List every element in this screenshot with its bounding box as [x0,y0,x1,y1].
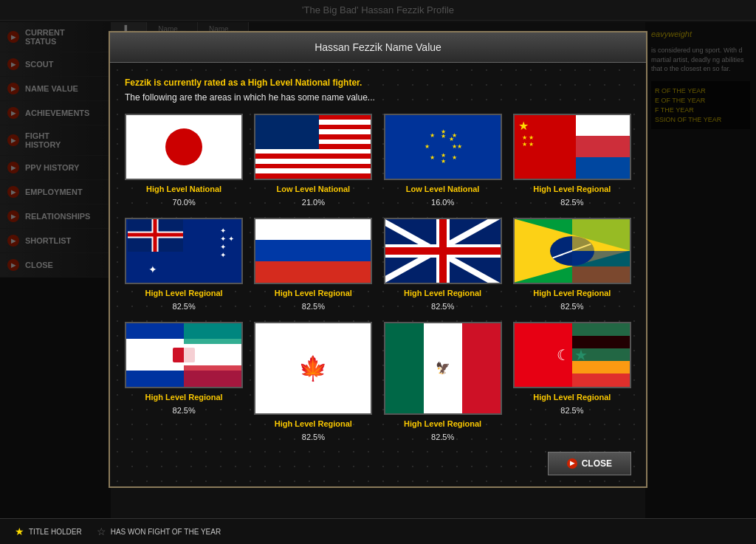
modal-title: Hassan Fezzik Name Value [315,41,441,53]
flag-label-tunisia-sa: High Level Regional [533,393,611,402]
flag-label-mexico: High Level Regional [404,419,481,428]
svg-text:★: ★ [424,143,429,150]
flag-item-central-america: High Level Regional 82.5% [125,322,243,415]
close-button-label: CLOSE [582,458,612,469]
flag-item-canada: 🍁 High Level Regional 82.5% [254,322,372,415]
flag-japan [125,114,243,180]
flag-australia: ✦✦ ✦✦✦ ✦ [125,218,243,284]
flag-item-russia: High Level Regional 82.5% [254,218,372,311]
intro-text: The following are the areas in which he … [125,92,631,103]
flag-pct-japan: 70.0% [173,198,196,207]
svg-text:★: ★ [440,133,445,140]
modal-footer: ▶ CLOSE [110,444,646,486]
flag-eu: ★ ★ ★ ★ ★ ★ ★ ★ ★ ★ ★ ★ [384,114,502,180]
title-holder-item: ★ TITLE HOLDER [15,526,82,537]
flag-label-usa: Low Level National [277,185,351,193]
intro-bold-span: Fezzik is currently rated as a High Leve… [125,78,362,88]
svg-text:★: ★ [429,132,434,139]
flag-mexico: 🦅 [384,322,502,415]
close-btn-arrow-icon: ▶ [567,458,577,469]
name-value-modal: Hassan Fezzik Name Value Fezzik is curre… [109,31,647,488]
flag-item-japan: High Level National 70.0% [125,114,243,207]
flag-item-tunisia-sa: ☾ ★ High Level Regional 82.5% [513,322,631,415]
flag-pct-australia: 82.5% [173,302,196,311]
title-holder-label: TITLE HOLDER [29,528,82,536]
flag-label-russia: High Level Regional [275,289,352,297]
fight-of-year-item: ☆ HAS WON FIGHT OF THE YEAR [97,526,221,537]
flag-uk [384,218,502,284]
svg-text:★: ★ [429,154,434,161]
gold-star-icon: ★ [15,526,24,537]
flag-tunisia-sa: ☾ ★ [513,322,631,388]
flag-label-central-america: High Level Regional [145,393,223,402]
flag-pct-mexico: 82.5% [431,433,454,441]
svg-text:★: ★ [440,152,445,159]
svg-text:★: ★ [451,154,456,161]
flag-item-mexico: 🦅 High Level Regional 82.5% [384,322,502,415]
flag-label-china-korea: High Level Regional [533,185,611,193]
flag-pct-uk: 82.5% [431,302,454,311]
japan-circle [165,128,202,165]
flag-label-eu: Low Level National [406,185,480,193]
eu-stars-svg: ★ ★ ★ ★ ★ ★ ★ ★ ★ ★ ★ ★ [413,125,472,169]
flag-label-canada: High Level Regional [275,419,352,428]
flag-grid: High Level National 70.0% [125,114,631,415]
flag-canada: 🍁 [254,322,372,415]
flag-item-australia: ✦✦ ✦✦✦ ✦ High Level Regional 82.5% [125,218,243,311]
svg-text:★: ★ [456,143,461,150]
flag-central-america [125,322,243,388]
flag-pct-eu: 16.0% [431,198,454,207]
flag-label-uk: High Level Regional [404,289,481,297]
empty-star-icon: ☆ [97,526,106,537]
intro-bold-text: Fezzik is currently rated as a High Leve… [125,78,631,88]
flag-item-usa: Low Level National 21.0% [254,114,372,207]
flag-russia [254,218,372,284]
flag-pct-usa: 21.0% [302,198,325,207]
modal-intro: Fezzik is currently rated as a High Leve… [125,78,631,103]
modal-header: Hassan Fezzik Name Value [110,32,646,63]
flag-item-eu: ★ ★ ★ ★ ★ ★ ★ ★ ★ ★ ★ ★ [384,114,502,207]
flag-label-brazil-colombia: High Level Regional [533,289,611,297]
flag-label-japan: High Level National [146,185,221,193]
flag-pct-china-korea: 82.5% [560,198,583,207]
flag-pct-brazil-colombia: 82.5% [560,302,583,311]
flag-brazil-colombia [513,218,631,284]
svg-text:★: ★ [448,136,453,142]
bottom-bar: ★ TITLE HOLDER ☆ HAS WON FIGHT OF THE YE… [0,518,756,544]
flag-pct-tunisia-sa: 82.5% [560,406,583,415]
flag-item-uk: High Level Regional 82.5% [384,218,502,311]
close-button[interactable]: ▶ CLOSE [548,452,631,475]
flag-item-china-korea: ★ ★ ★★ ★ High Level Regional 82.5% [513,114,631,207]
flag-label-australia: High Level Regional [145,289,223,297]
flag-china-korea: ★ ★ ★★ ★ [513,114,631,180]
flag-pct-canada: 82.5% [302,433,325,441]
modal-overlay: Hassan Fezzik Name Value Fezzik is curre… [0,0,756,518]
svg-text:★: ★ [451,143,456,150]
fight-of-year-label: HAS WON FIGHT OF THE YEAR [111,528,221,536]
flag-pct-russia: 82.5% [302,302,325,311]
flag-item-brazil-colombia: High Level Regional 82.5% [513,218,631,311]
flag-usa [254,114,372,180]
modal-body: Fezzik is currently rated as a High Leve… [110,63,646,444]
flag-pct-central-america: 82.5% [173,406,196,415]
svg-text:★: ★ [440,158,445,165]
